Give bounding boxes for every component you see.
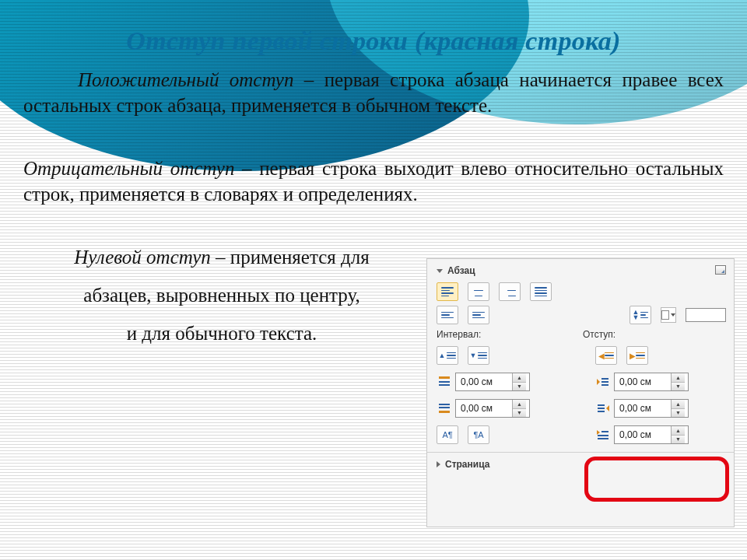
svg-rect-1 bbox=[439, 381, 450, 383]
first-line-indent-input[interactable] bbox=[615, 426, 671, 443]
svg-rect-2 bbox=[439, 384, 450, 386]
align-left-button[interactable] bbox=[437, 282, 458, 301]
first-line-down[interactable]: ▼ bbox=[672, 436, 685, 444]
space-below-input[interactable] bbox=[456, 400, 512, 417]
section-header-paragraph[interactable]: Абзац bbox=[437, 265, 726, 276]
section-title-paragraph: Абзац bbox=[447, 265, 475, 276]
first-line-indent-stepper[interactable]: ▲▼ bbox=[614, 425, 689, 444]
paragraph-positive: Положительный отступ – первая строка абз… bbox=[23, 67, 724, 118]
indent-after-down[interactable]: ▼ bbox=[672, 409, 685, 418]
increase-spacing-button[interactable]: ▼ bbox=[468, 346, 489, 365]
align-center-button[interactable] bbox=[468, 282, 489, 301]
dialog-launcher-icon[interactable] bbox=[715, 265, 726, 275]
paragraph-properties-panel: Абзац ▲▼ Интервал: Отступ: ▲ ▼ ◀ ▶ bbox=[426, 258, 735, 527]
space-above-down[interactable]: ▼ bbox=[513, 383, 526, 391]
section-title-page: Страница bbox=[445, 459, 489, 470]
space-above-stepper[interactable]: ▲▼ bbox=[455, 373, 530, 391]
paragraph-zero: Нулевой отступ – применяется для абзацев… bbox=[23, 244, 420, 346]
svg-rect-6 bbox=[601, 384, 608, 386]
decrease-spacing-button[interactable]: ▲ bbox=[437, 346, 458, 365]
svg-rect-10 bbox=[598, 404, 605, 406]
indent-after-input[interactable] bbox=[615, 400, 671, 417]
term-negative: Отрицательный отступ bbox=[23, 158, 234, 179]
numbered-list-button[interactable] bbox=[468, 306, 489, 324]
svg-rect-12 bbox=[598, 411, 605, 412]
fill-color-button[interactable] bbox=[661, 307, 676, 323]
indent-after-up[interactable]: ▲ bbox=[672, 400, 685, 409]
space-below-up[interactable]: ▲ bbox=[513, 400, 526, 409]
svg-rect-16 bbox=[598, 435, 608, 436]
row-above-before: ▲▼ ▲▼ bbox=[437, 373, 726, 391]
space-below-icon bbox=[437, 402, 452, 415]
align-right-button[interactable] bbox=[499, 282, 521, 301]
first-line-up[interactable]: ▲ bbox=[672, 426, 685, 436]
collapse-icon bbox=[437, 269, 443, 273]
align-justify-button[interactable] bbox=[530, 282, 552, 301]
increase-indent-button[interactable]: ▶ bbox=[626, 346, 648, 365]
first-line-indent-icon bbox=[595, 429, 611, 441]
svg-rect-4 bbox=[601, 378, 608, 380]
label-interval: Интервал: bbox=[437, 329, 583, 340]
list-spacing-group: ▲▼ bbox=[437, 306, 726, 324]
term-positive: Положительный отступ bbox=[78, 69, 293, 90]
row-direction-firstline: A¶ ¶A ▲▼ bbox=[437, 425, 726, 444]
term-zero: Нулевой отступ bbox=[74, 247, 211, 268]
space-below-stepper[interactable]: ▲▼ bbox=[455, 399, 530, 418]
separator bbox=[427, 452, 734, 453]
spacing-indent-buttons-row: ▲ ▼ ◀ ▶ bbox=[437, 346, 726, 365]
space-below-down[interactable]: ▼ bbox=[513, 409, 526, 418]
indent-before-icon bbox=[595, 376, 611, 388]
alignment-group bbox=[437, 282, 726, 301]
svg-marker-3 bbox=[597, 379, 600, 385]
indent-after-stepper[interactable]: ▲▼ bbox=[614, 399, 689, 418]
line-spacing-button[interactable]: ▲▼ bbox=[630, 306, 651, 324]
label-indent: Отступ: bbox=[583, 329, 615, 340]
indent-after-icon bbox=[595, 402, 611, 415]
space-above-icon bbox=[437, 376, 452, 388]
decrease-indent-button[interactable]: ◀ bbox=[595, 346, 617, 365]
bullet-list-button[interactable] bbox=[437, 306, 458, 324]
indent-before-up[interactable]: ▲ bbox=[672, 373, 685, 383]
space-above-input[interactable] bbox=[456, 373, 512, 390]
ltr-button[interactable]: A¶ bbox=[437, 425, 458, 444]
indent-before-input[interactable] bbox=[615, 373, 671, 390]
indent-before-stepper[interactable]: ▲▼ bbox=[614, 373, 689, 391]
svg-rect-9 bbox=[439, 411, 450, 413]
page-title: Отступ первой строки (красная строка) bbox=[23, 26, 724, 56]
svg-rect-8 bbox=[439, 407, 450, 408]
paragraph-negative: Отрицательный отступ – первая строка вых… bbox=[23, 156, 724, 207]
fill-color-swatch[interactable] bbox=[686, 308, 726, 322]
text-zero-3: и для обычного текста. bbox=[23, 320, 420, 346]
expand-icon bbox=[437, 461, 440, 467]
indent-before-down[interactable]: ▼ bbox=[672, 383, 685, 391]
svg-rect-15 bbox=[601, 431, 608, 432]
svg-rect-0 bbox=[439, 376, 450, 379]
text-zero-2: абзацев, выровненных по центру, bbox=[23, 282, 420, 308]
svg-rect-5 bbox=[601, 381, 608, 383]
svg-rect-17 bbox=[598, 438, 608, 439]
row-below-after: ▲▼ ▲▼ bbox=[437, 399, 726, 418]
svg-marker-14 bbox=[597, 430, 600, 435]
section-header-page[interactable]: Страница bbox=[437, 459, 726, 470]
rtl-button[interactable]: ¶A bbox=[468, 425, 489, 444]
text-zero-1: – применяется для bbox=[211, 247, 370, 268]
svg-rect-11 bbox=[598, 408, 605, 409]
svg-marker-13 bbox=[606, 405, 609, 411]
svg-rect-7 bbox=[439, 404, 450, 405]
space-above-up[interactable]: ▲ bbox=[513, 373, 526, 383]
